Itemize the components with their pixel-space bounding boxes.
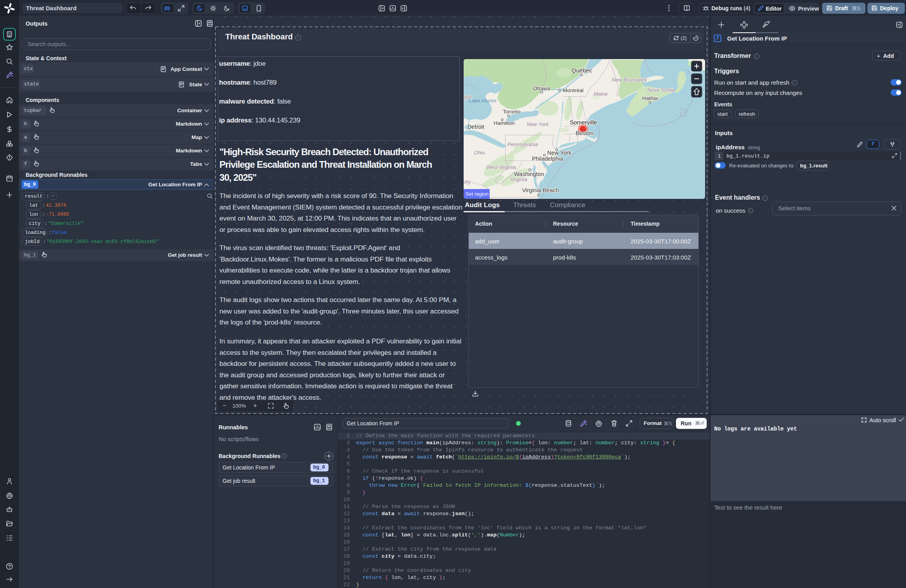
svg-text:Montréal: Montréal bbox=[563, 87, 584, 93]
svg-text:Ottawa: Ottawa bbox=[533, 85, 550, 91]
svg-text:New Brunswick: New Brunswick bbox=[612, 77, 648, 83]
svg-text:Somerville: Somerville bbox=[570, 119, 597, 126]
svg-text:Pennsylvania: Pennsylvania bbox=[507, 141, 538, 147]
svg-text:Boston: Boston bbox=[576, 130, 593, 136]
svg-text:New York: New York bbox=[527, 121, 549, 127]
svg-text:Lake Huron: Lake Huron bbox=[469, 98, 496, 104]
svg-text:Virginia: Virginia bbox=[510, 176, 527, 182]
svg-text:West Virginia: West Virginia bbox=[486, 164, 516, 170]
svg-text:Ohio: Ohio bbox=[474, 150, 485, 156]
svg-text:New York: New York bbox=[547, 150, 572, 156]
svg-text:Halifax: Halifax bbox=[642, 95, 659, 101]
svg-text:Maine: Maine bbox=[594, 91, 607, 97]
svg-text:Philadelphia: Philadelphia bbox=[532, 156, 563, 162]
svg-text:Set region: Set region bbox=[466, 191, 488, 197]
svg-text:Toronto: Toronto bbox=[503, 109, 520, 115]
svg-text:Québec: Québec bbox=[572, 67, 592, 74]
svg-text:Virginia Beach: Virginia Beach bbox=[522, 187, 559, 193]
svg-text:Hamilton: Hamilton bbox=[494, 120, 514, 126]
svg-text:Detroit: Detroit bbox=[468, 124, 485, 130]
svg-text:Nova Scotia: Nova Scotia bbox=[647, 87, 675, 93]
svg-text:cky: cky bbox=[464, 179, 471, 185]
